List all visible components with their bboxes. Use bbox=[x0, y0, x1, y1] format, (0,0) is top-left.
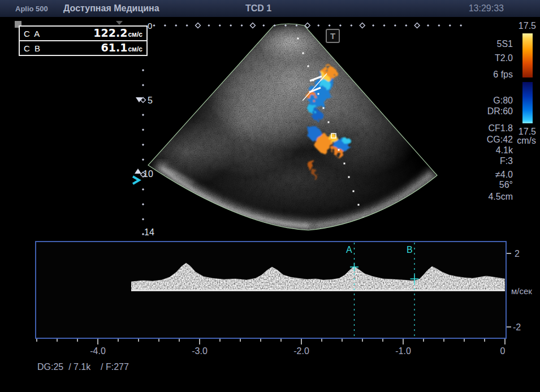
ruler-tick bbox=[142, 218, 144, 220]
x-tick-label: -3.0 bbox=[192, 346, 208, 356]
measurement-result-box: C A 122.2 см/с C B 61.1 см/с bbox=[19, 25, 148, 56]
cursor-b-label: B bbox=[407, 245, 413, 255]
cursor-a-label: A bbox=[346, 245, 352, 255]
x-tick-label: -4.0 bbox=[90, 346, 106, 356]
clinic-name: Доступная Медицина bbox=[63, 3, 159, 14]
ruler-tick-major bbox=[360, 23, 365, 28]
ruler-tick bbox=[240, 24, 243, 27]
ruler-tick bbox=[460, 24, 462, 27]
ruler-tick bbox=[142, 84, 144, 86]
ruler-tick bbox=[438, 24, 440, 27]
measurement-label: C A bbox=[24, 29, 41, 38]
machine-brand: Aplio 500 bbox=[15, 5, 48, 13]
ruler-tick bbox=[317, 24, 319, 27]
depth-label-10: 10 bbox=[143, 169, 153, 179]
ruler-tick bbox=[186, 24, 188, 27]
measurement-unit: см/с bbox=[128, 31, 142, 38]
width-ruler bbox=[153, 23, 462, 28]
ruler-tick bbox=[142, 128, 144, 131]
ruler-tick bbox=[383, 24, 385, 27]
exam-preset: TCD 1 bbox=[245, 3, 271, 14]
ruler-tick bbox=[328, 24, 330, 27]
ruler-tick bbox=[142, 203, 144, 205]
ruler-tick bbox=[427, 24, 429, 27]
ruler-tick bbox=[142, 69, 144, 71]
measurement-label: C B bbox=[24, 44, 41, 53]
ruler-tick-major bbox=[414, 23, 420, 28]
ruler-tick bbox=[405, 24, 407, 27]
tgc-marker-down-icon[interactable] bbox=[136, 97, 142, 102]
title-bar: Aplio 500 Доступная Медицина TCD 1 13:29… bbox=[0, 0, 540, 18]
ruler-tick-major bbox=[196, 23, 201, 28]
ruler-tick bbox=[449, 24, 451, 27]
y-tick-label-top: 2 bbox=[515, 249, 520, 259]
measurement-unit: см/с bbox=[128, 45, 142, 53]
x-tick-label: -1.0 bbox=[395, 346, 411, 356]
measurement-value: 61.1 bbox=[101, 41, 128, 54]
measurement-row-a: C A 122.2 см/с bbox=[20, 27, 146, 41]
depth-label-5: 5 bbox=[148, 96, 153, 105]
ruler-tick bbox=[164, 24, 166, 27]
tgc-marker-up-icon[interactable] bbox=[135, 169, 141, 174]
clock: 13:29:33 bbox=[469, 3, 504, 14]
ruler-tick bbox=[339, 24, 342, 27]
depth-label-0: 0 bbox=[148, 21, 152, 31]
depth-ruler bbox=[141, 69, 146, 235]
ruler-tick-major bbox=[250, 23, 255, 28]
focus-marker-icon[interactable] bbox=[133, 176, 139, 184]
ruler-tick bbox=[262, 24, 265, 27]
box-anchor-icon bbox=[116, 21, 123, 25]
tissue-speckle bbox=[136, 18, 452, 239]
y-axis-unit: м/сек bbox=[511, 286, 532, 296]
depth-label-14: 14 bbox=[144, 227, 154, 237]
ruler-tick bbox=[142, 114, 144, 116]
ruler-tick bbox=[153, 24, 155, 27]
doppler-status-line: DG:25 / 7.1k / F:277 bbox=[37, 362, 129, 372]
time-axis-ticks bbox=[37, 339, 505, 344]
ruler-tick bbox=[142, 144, 144, 146]
ruler-tick bbox=[230, 24, 232, 27]
ruler-tick bbox=[142, 188, 144, 191]
ruler-tick bbox=[175, 24, 177, 27]
x-tick-label: 0 bbox=[500, 346, 506, 356]
probe-marker-letter: T bbox=[330, 31, 335, 41]
y-tick-label-bottom: -2 bbox=[513, 322, 521, 332]
ruler-tick bbox=[394, 24, 396, 27]
x-tick-label: -2.0 bbox=[293, 346, 309, 356]
ruler-tick bbox=[350, 24, 352, 27]
probe-orientation-marker: T bbox=[326, 29, 339, 42]
ruler-tick bbox=[142, 158, 144, 161]
ruler-tick bbox=[219, 24, 221, 27]
ruler-tick bbox=[372, 24, 374, 27]
measurement-row-b: C B 61.1 см/с bbox=[20, 41, 146, 55]
ultrasound-sector[interactable] bbox=[136, 18, 452, 239]
ruler-tick bbox=[208, 24, 210, 27]
measurement-value: 122.2 bbox=[93, 27, 127, 39]
